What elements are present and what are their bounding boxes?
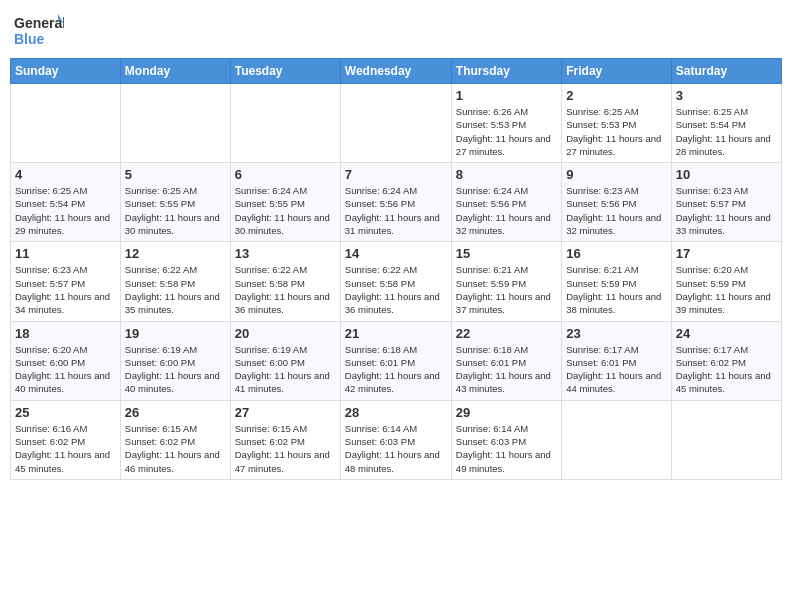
calendar-header-thursday: Thursday (451, 59, 561, 84)
calendar-cell: 15Sunrise: 6:21 AM Sunset: 5:59 PM Dayli… (451, 242, 561, 321)
calendar-cell (120, 84, 230, 163)
day-number: 13 (235, 246, 336, 261)
calendar-cell: 17Sunrise: 6:20 AM Sunset: 5:59 PM Dayli… (671, 242, 781, 321)
day-number: 17 (676, 246, 777, 261)
day-number: 9 (566, 167, 666, 182)
day-number: 7 (345, 167, 447, 182)
calendar-cell: 27Sunrise: 6:15 AM Sunset: 6:02 PM Dayli… (230, 400, 340, 479)
calendar-cell: 23Sunrise: 6:17 AM Sunset: 6:01 PM Dayli… (562, 321, 671, 400)
day-info: Sunrise: 6:22 AM Sunset: 5:58 PM Dayligh… (125, 263, 226, 316)
calendar-header-saturday: Saturday (671, 59, 781, 84)
day-number: 12 (125, 246, 226, 261)
day-info: Sunrise: 6:24 AM Sunset: 5:56 PM Dayligh… (345, 184, 447, 237)
calendar-cell: 5Sunrise: 6:25 AM Sunset: 5:55 PM Daylig… (120, 163, 230, 242)
day-number: 21 (345, 326, 447, 341)
calendar-cell: 1Sunrise: 6:26 AM Sunset: 5:53 PM Daylig… (451, 84, 561, 163)
calendar-cell: 21Sunrise: 6:18 AM Sunset: 6:01 PM Dayli… (340, 321, 451, 400)
day-info: Sunrise: 6:18 AM Sunset: 6:01 PM Dayligh… (456, 343, 557, 396)
day-info: Sunrise: 6:14 AM Sunset: 6:03 PM Dayligh… (345, 422, 447, 475)
day-info: Sunrise: 6:20 AM Sunset: 6:00 PM Dayligh… (15, 343, 116, 396)
logo-svg: General Blue (14, 10, 64, 50)
day-number: 6 (235, 167, 336, 182)
day-number: 11 (15, 246, 116, 261)
calendar-cell: 9Sunrise: 6:23 AM Sunset: 5:56 PM Daylig… (562, 163, 671, 242)
calendar-cell: 3Sunrise: 6:25 AM Sunset: 5:54 PM Daylig… (671, 84, 781, 163)
day-info: Sunrise: 6:23 AM Sunset: 5:56 PM Dayligh… (566, 184, 666, 237)
day-number: 19 (125, 326, 226, 341)
day-info: Sunrise: 6:25 AM Sunset: 5:53 PM Dayligh… (566, 105, 666, 158)
calendar-cell: 18Sunrise: 6:20 AM Sunset: 6:00 PM Dayli… (11, 321, 121, 400)
calendar-cell: 11Sunrise: 6:23 AM Sunset: 5:57 PM Dayli… (11, 242, 121, 321)
calendar-cell: 14Sunrise: 6:22 AM Sunset: 5:58 PM Dayli… (340, 242, 451, 321)
day-number: 14 (345, 246, 447, 261)
day-number: 15 (456, 246, 557, 261)
svg-text:General: General (14, 15, 64, 31)
day-number: 24 (676, 326, 777, 341)
calendar-cell: 13Sunrise: 6:22 AM Sunset: 5:58 PM Dayli… (230, 242, 340, 321)
day-info: Sunrise: 6:21 AM Sunset: 5:59 PM Dayligh… (456, 263, 557, 316)
calendar-cell: 25Sunrise: 6:16 AM Sunset: 6:02 PM Dayli… (11, 400, 121, 479)
calendar-cell: 2Sunrise: 6:25 AM Sunset: 5:53 PM Daylig… (562, 84, 671, 163)
day-number: 20 (235, 326, 336, 341)
calendar-header-monday: Monday (120, 59, 230, 84)
calendar-cell: 10Sunrise: 6:23 AM Sunset: 5:57 PM Dayli… (671, 163, 781, 242)
calendar-cell (230, 84, 340, 163)
calendar-header-friday: Friday (562, 59, 671, 84)
day-info: Sunrise: 6:20 AM Sunset: 5:59 PM Dayligh… (676, 263, 777, 316)
calendar-cell: 8Sunrise: 6:24 AM Sunset: 5:56 PM Daylig… (451, 163, 561, 242)
day-number: 29 (456, 405, 557, 420)
calendar-cell: 16Sunrise: 6:21 AM Sunset: 5:59 PM Dayli… (562, 242, 671, 321)
calendar-cell: 24Sunrise: 6:17 AM Sunset: 6:02 PM Dayli… (671, 321, 781, 400)
calendar-cell (562, 400, 671, 479)
calendar-cell: 4Sunrise: 6:25 AM Sunset: 5:54 PM Daylig… (11, 163, 121, 242)
svg-text:Blue: Blue (14, 31, 45, 47)
day-number: 1 (456, 88, 557, 103)
calendar-cell: 29Sunrise: 6:14 AM Sunset: 6:03 PM Dayli… (451, 400, 561, 479)
calendar-week-5: 25Sunrise: 6:16 AM Sunset: 6:02 PM Dayli… (11, 400, 782, 479)
day-number: 8 (456, 167, 557, 182)
calendar-cell: 28Sunrise: 6:14 AM Sunset: 6:03 PM Dayli… (340, 400, 451, 479)
calendar-header-tuesday: Tuesday (230, 59, 340, 84)
day-info: Sunrise: 6:23 AM Sunset: 5:57 PM Dayligh… (15, 263, 116, 316)
calendar-header-row: SundayMondayTuesdayWednesdayThursdayFrid… (11, 59, 782, 84)
calendar-cell: 6Sunrise: 6:24 AM Sunset: 5:55 PM Daylig… (230, 163, 340, 242)
day-number: 4 (15, 167, 116, 182)
day-info: Sunrise: 6:17 AM Sunset: 6:02 PM Dayligh… (676, 343, 777, 396)
day-number: 2 (566, 88, 666, 103)
day-info: Sunrise: 6:24 AM Sunset: 5:55 PM Dayligh… (235, 184, 336, 237)
day-number: 22 (456, 326, 557, 341)
calendar-header-sunday: Sunday (11, 59, 121, 84)
day-info: Sunrise: 6:23 AM Sunset: 5:57 PM Dayligh… (676, 184, 777, 237)
day-info: Sunrise: 6:15 AM Sunset: 6:02 PM Dayligh… (235, 422, 336, 475)
day-info: Sunrise: 6:25 AM Sunset: 5:54 PM Dayligh… (15, 184, 116, 237)
calendar-week-3: 11Sunrise: 6:23 AM Sunset: 5:57 PM Dayli… (11, 242, 782, 321)
calendar-cell: 20Sunrise: 6:19 AM Sunset: 6:00 PM Dayli… (230, 321, 340, 400)
day-info: Sunrise: 6:18 AM Sunset: 6:01 PM Dayligh… (345, 343, 447, 396)
calendar-table: SundayMondayTuesdayWednesdayThursdayFrid… (10, 58, 782, 480)
day-number: 27 (235, 405, 336, 420)
day-info: Sunrise: 6:21 AM Sunset: 5:59 PM Dayligh… (566, 263, 666, 316)
day-info: Sunrise: 6:22 AM Sunset: 5:58 PM Dayligh… (235, 263, 336, 316)
day-info: Sunrise: 6:19 AM Sunset: 6:00 PM Dayligh… (235, 343, 336, 396)
day-info: Sunrise: 6:22 AM Sunset: 5:58 PM Dayligh… (345, 263, 447, 316)
day-number: 28 (345, 405, 447, 420)
calendar-cell (340, 84, 451, 163)
day-info: Sunrise: 6:25 AM Sunset: 5:54 PM Dayligh… (676, 105, 777, 158)
day-number: 16 (566, 246, 666, 261)
calendar-week-1: 1Sunrise: 6:26 AM Sunset: 5:53 PM Daylig… (11, 84, 782, 163)
page-header: General Blue (10, 10, 782, 50)
day-info: Sunrise: 6:14 AM Sunset: 6:03 PM Dayligh… (456, 422, 557, 475)
day-info: Sunrise: 6:16 AM Sunset: 6:02 PM Dayligh… (15, 422, 116, 475)
day-number: 26 (125, 405, 226, 420)
calendar-cell: 19Sunrise: 6:19 AM Sunset: 6:00 PM Dayli… (120, 321, 230, 400)
calendar-cell: 7Sunrise: 6:24 AM Sunset: 5:56 PM Daylig… (340, 163, 451, 242)
day-number: 5 (125, 167, 226, 182)
calendar-header-wednesday: Wednesday (340, 59, 451, 84)
calendar-cell (11, 84, 121, 163)
day-number: 18 (15, 326, 116, 341)
day-info: Sunrise: 6:17 AM Sunset: 6:01 PM Dayligh… (566, 343, 666, 396)
day-info: Sunrise: 6:26 AM Sunset: 5:53 PM Dayligh… (456, 105, 557, 158)
day-info: Sunrise: 6:19 AM Sunset: 6:00 PM Dayligh… (125, 343, 226, 396)
calendar-cell: 22Sunrise: 6:18 AM Sunset: 6:01 PM Dayli… (451, 321, 561, 400)
calendar-cell (671, 400, 781, 479)
